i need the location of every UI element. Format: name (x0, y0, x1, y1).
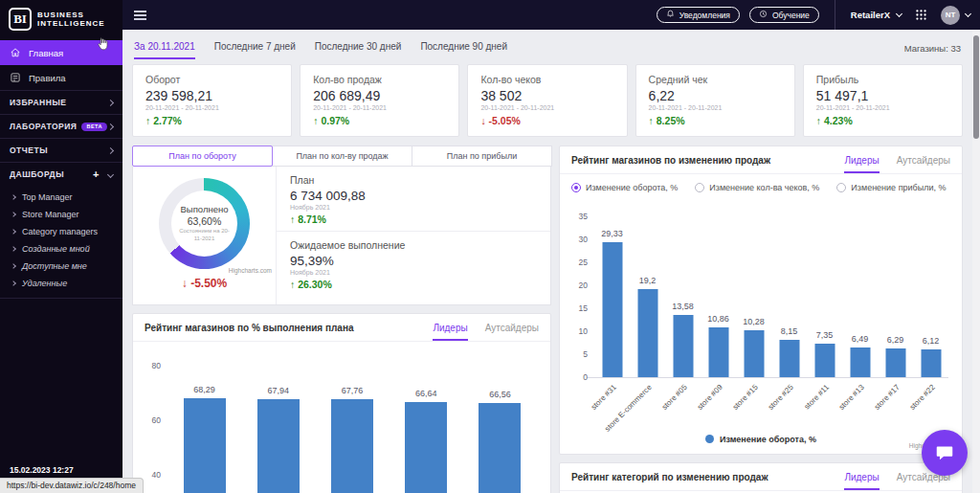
notifications-button[interactable]: Уведомления (657, 7, 740, 23)
categories-ranking-card: Рейтинг категорий по изменению продаж Ли… (559, 462, 963, 493)
company-switcher[interactable]: RetailerX (851, 10, 902, 20)
user-menu[interactable]: NT (941, 6, 970, 25)
donut-label: Выполнено (181, 204, 229, 214)
avatar: NT (941, 6, 960, 25)
training-button[interactable]: Обучение (749, 7, 819, 23)
metric-delta: 8.71% (290, 213, 537, 225)
sidebar: BI BUSINESS INTELLIGENCE Главная Правила… (0, 0, 122, 493)
kpi-card-receipts-count: Кол-во чеков 38 502 20-11-2021 - 20-11-2… (467, 64, 627, 137)
tab-leaders[interactable]: Лидеры (844, 472, 879, 490)
radio-profit-change[interactable]: Изменение прибыли, % (836, 183, 946, 192)
chevron-right-icon (11, 246, 16, 252)
sidebar-section-reports[interactable]: ОТЧЕТЫ (0, 138, 122, 162)
chevron-right-icon (11, 280, 16, 286)
sidebar-item-store-manager[interactable]: Store Manager (0, 206, 122, 223)
sidebar-item-deleted[interactable]: Удаленные (0, 275, 122, 292)
leaders-outsiders-tabs: Лидеры Аутсайдеры (844, 472, 950, 490)
chart-legend[interactable]: Изменение оборота, % (560, 435, 962, 454)
tab-period-90days[interactable]: Последние 90 дней (420, 41, 507, 57)
sidebar-item-category-managers[interactable]: Category managers (0, 223, 122, 240)
chevron-right-icon (11, 263, 16, 269)
plan-tabs: План по обороту План по кол-ву продаж Пл… (132, 146, 551, 167)
kpi-row: Оборот 239 598,21 20-11-2021 - 20-11-202… (132, 64, 963, 137)
stores-ranking-bar-chart: 3530252015105029,3319,213,5810,8610,288,… (594, 210, 948, 377)
logo-text: BUSINESS INTELLIGENCE (37, 11, 105, 28)
bi-logo-icon: BI (9, 8, 32, 31)
tab-outsiders[interactable]: Аутсайдеры (485, 323, 539, 341)
metric-delta: 26.30% (290, 279, 537, 290)
kpi-delta: 2.77% (145, 115, 278, 126)
url-preview: https://bi-dev.datawiz.io/c/248/home (0, 478, 144, 493)
chevron-down-icon (107, 170, 114, 177)
mouse-cursor (95, 36, 110, 56)
radio-icon (836, 183, 846, 192)
rules-icon (10, 72, 21, 83)
section-label: ЛАБОРАТОРИЯ (10, 122, 77, 131)
apps-grid-icon[interactable] (915, 9, 927, 21)
tab-period-30days[interactable]: Последние 30 дней (315, 41, 402, 57)
tab-period-day[interactable]: За 20.11.2021 (134, 41, 195, 59)
stores-count: Магазины: 33 (904, 41, 961, 54)
kpi-delta: -5.05% (480, 115, 613, 126)
radio-icon (571, 183, 581, 192)
kpi-card-profit: Прибыль 51 497,1 20-11-2021 - 20-11-2021… (803, 64, 963, 137)
chevron-right-icon (107, 123, 114, 129)
chevron-right-icon (11, 212, 16, 217)
sidebar-section-dashboards[interactable]: ДАШБОРДЫ (0, 162, 122, 186)
vertical-scrollbar[interactable] (972, 30, 980, 493)
sidebar-section-laboratory[interactable]: ЛАБОРАТОРИЯ BETA (0, 114, 122, 138)
radio-icon (695, 183, 704, 192)
last-update-time: 15.02.2023 12:27 (10, 465, 122, 475)
topbar: Уведомления Обучение RetailerX NT (122, 0, 980, 30)
topbar-divider (835, 0, 835, 30)
beta-badge: BETA (81, 123, 107, 131)
chevron-right-icon (107, 99, 114, 105)
kpi-delta: 4.23% (816, 115, 949, 126)
tab-leaders[interactable]: Лидеры (433, 323, 467, 341)
section-label: ОТЧЕТЫ (10, 146, 48, 155)
donut-asof: Состоянием на 20-11-2021 (177, 228, 233, 243)
plan-metric: План 6 734 009,88 Ноябрь 2021 8.71% (277, 167, 550, 232)
app-logo: BI BUSINESS INTELLIGENCE (0, 0, 122, 40)
plan-ranking-card: Рейтинг магазинов по % выполнения плана … (132, 313, 551, 493)
dashboard-list: Top Manager Store Manager Category manag… (0, 186, 122, 299)
sidebar-item-rules[interactable]: Правила (0, 65, 122, 90)
donut-delta: -5.50% (182, 277, 227, 290)
chevron-down-icon (896, 10, 902, 16)
sidebar-item-top-manager[interactable]: Top Manager (0, 189, 122, 206)
expected-completion-metric: Ожидаемое выполнение 95,39% Ноябрь 2021 … (277, 232, 550, 296)
tab-plan-turnover[interactable]: План по обороту (132, 146, 273, 167)
kpi-card-sales-count: Кол-во продаж 206 689,49 20-11-2021 - 20… (300, 64, 459, 137)
leaders-outsiders-tabs: Лидеры Аутсайдеры (433, 323, 539, 341)
plan-card: Выполнено 63,60% Состоянием на 20-11-202… (132, 167, 551, 305)
sidebar-item-label: Главная (29, 48, 63, 58)
highcharts-watermark: Highcharts.com (229, 267, 272, 274)
tab-plan-sales[interactable]: План по кол-ву продаж (272, 146, 412, 167)
section-label: ДАШБОРДЫ (10, 169, 64, 179)
scrollbar-thumb[interactable] (973, 35, 979, 139)
leaders-outsiders-tabs: Лидеры Аутсайдеры (844, 155, 950, 173)
plan-donut-chart: Выполнено 63,60% Состоянием на 20-11-202… (159, 178, 250, 269)
tab-outsiders[interactable]: Аутсайдеры (897, 155, 950, 173)
tab-period-7days[interactable]: Последние 7 дней (214, 41, 296, 57)
radio-receipts-change[interactable]: Изменение кол-ва чеков, % (695, 183, 819, 192)
bell-icon (666, 10, 675, 20)
chat-bubble-icon (934, 442, 955, 463)
add-dashboard-icon[interactable] (93, 168, 100, 180)
chevron-right-icon (11, 229, 16, 235)
sidebar-item-label: Правила (29, 73, 66, 83)
radio-turnover-change[interactable]: Изменение оборота, % (571, 183, 678, 192)
chart-title: Рейтинг категорий по изменению продаж (571, 472, 768, 490)
menu-icon[interactable] (134, 11, 146, 12)
sidebar-item-available-to-me[interactable]: Доступные мне (0, 258, 122, 275)
tab-leaders[interactable]: Лидеры (844, 155, 879, 173)
sidebar-item-created-by-me[interactable]: Созданные мной (0, 240, 122, 258)
training-icon (759, 10, 768, 20)
chevron-right-icon (11, 194, 16, 200)
kpi-card-turnover: Оборот 239 598,21 20-11-2021 - 20-11-202… (132, 64, 292, 137)
home-icon (10, 47, 21, 58)
sidebar-section-favorites[interactable]: ИЗБРАННЫЕ (0, 90, 122, 114)
chat-widget-button[interactable] (922, 430, 968, 476)
chart-title: Рейтинг магазинов по изменению продаж (571, 155, 770, 173)
tab-plan-profit[interactable]: План по прибыли (412, 146, 552, 167)
